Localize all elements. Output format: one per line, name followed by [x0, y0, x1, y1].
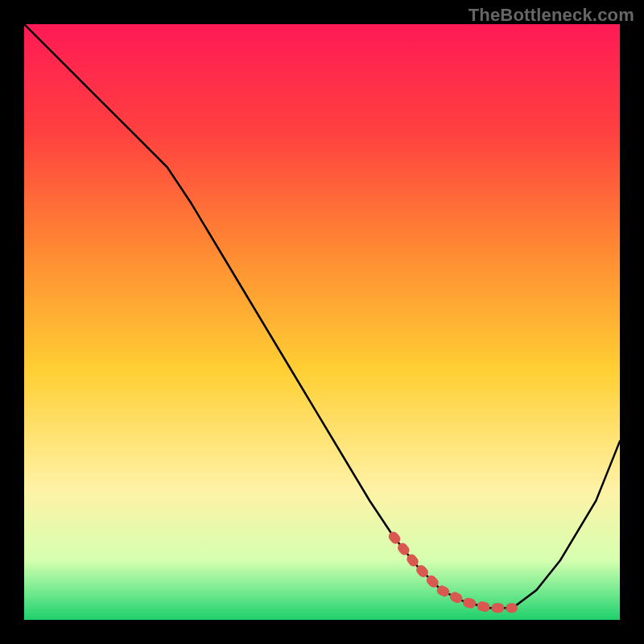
watermark-text: TheBottleneck.com: [469, 5, 634, 26]
chart-svg: [24, 24, 620, 620]
chart-plot-area: [24, 24, 620, 620]
